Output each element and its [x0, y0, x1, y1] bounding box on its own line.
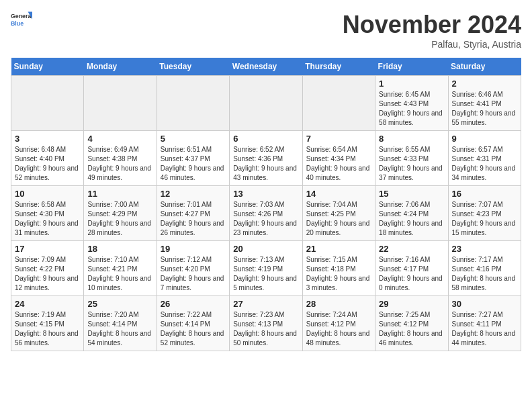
col-header-tuesday: Tuesday [157, 58, 229, 76]
calendar-cell: 24Sunrise: 7:19 AMSunset: 4:15 PMDayligh… [11, 296, 84, 351]
day-info: Sunrise: 6:54 AMSunset: 4:34 PMDaylight:… [306, 145, 371, 183]
calendar-week-1: 1Sunrise: 6:45 AMSunset: 4:43 PMDaylight… [11, 76, 521, 131]
day-number: 14 [306, 189, 371, 199]
day-info: Sunrise: 7:00 AMSunset: 4:29 PMDaylight:… [87, 200, 152, 238]
calendar-cell: 12Sunrise: 7:01 AMSunset: 4:27 PMDayligh… [157, 186, 229, 241]
calendar-cell: 29Sunrise: 7:25 AMSunset: 4:12 PMDayligh… [375, 296, 448, 351]
calendar-cell: 23Sunrise: 7:17 AMSunset: 4:16 PMDayligh… [448, 241, 521, 296]
day-info: Sunrise: 7:24 AMSunset: 4:12 PMDaylight:… [306, 310, 371, 348]
col-header-saturday: Saturday [448, 58, 521, 76]
calendar-cell: 28Sunrise: 7:24 AMSunset: 4:12 PMDayligh… [302, 296, 375, 351]
day-number: 24 [15, 299, 80, 309]
location-subtitle: Palfau, Styria, Austria [343, 39, 521, 50]
calendar-week-2: 3Sunrise: 6:48 AMSunset: 4:40 PMDaylight… [11, 131, 521, 186]
day-number: 13 [233, 189, 298, 199]
calendar-cell: 9Sunrise: 6:57 AMSunset: 4:31 PMDaylight… [448, 131, 521, 186]
calendar-cell [157, 76, 229, 131]
calendar-cell: 17Sunrise: 7:09 AMSunset: 4:22 PMDayligh… [11, 241, 84, 296]
day-info: Sunrise: 7:20 AMSunset: 4:14 PMDaylight:… [87, 310, 152, 348]
day-number: 25 [87, 299, 152, 309]
day-info: Sunrise: 7:23 AMSunset: 4:13 PMDaylight:… [233, 310, 298, 348]
calendar-cell: 14Sunrise: 7:04 AMSunset: 4:25 PMDayligh… [302, 186, 375, 241]
day-info: Sunrise: 6:51 AMSunset: 4:37 PMDaylight:… [161, 145, 226, 183]
day-number: 1 [379, 79, 444, 89]
day-number: 4 [87, 134, 152, 144]
day-info: Sunrise: 7:03 AMSunset: 4:26 PMDaylight:… [233, 200, 298, 238]
calendar-cell: 8Sunrise: 6:55 AMSunset: 4:33 PMDaylight… [375, 131, 448, 186]
day-info: Sunrise: 7:01 AMSunset: 4:27 PMDaylight:… [161, 200, 226, 238]
day-number: 5 [161, 134, 226, 144]
day-number: 27 [233, 299, 298, 309]
calendar-cell: 26Sunrise: 7:22 AMSunset: 4:14 PMDayligh… [157, 296, 229, 351]
day-info: Sunrise: 6:52 AMSunset: 4:36 PMDaylight:… [233, 145, 298, 183]
day-number: 17 [15, 244, 80, 254]
day-number: 12 [161, 189, 226, 199]
calendar-cell: 10Sunrise: 6:58 AMSunset: 4:30 PMDayligh… [11, 186, 84, 241]
day-info: Sunrise: 7:15 AMSunset: 4:18 PMDaylight:… [306, 255, 371, 293]
calendar-table: SundayMondayTuesdayWednesdayThursdayFrid… [11, 58, 521, 351]
day-number: 2 [452, 79, 517, 89]
calendar-cell [84, 76, 157, 131]
day-number: 6 [233, 134, 298, 144]
day-number: 11 [87, 189, 152, 199]
day-info: Sunrise: 6:57 AMSunset: 4:31 PMDaylight:… [452, 145, 517, 183]
col-header-thursday: Thursday [302, 58, 375, 76]
day-number: 3 [15, 134, 80, 144]
day-info: Sunrise: 6:46 AMSunset: 4:41 PMDaylight:… [452, 90, 517, 128]
day-info: Sunrise: 7:17 AMSunset: 4:16 PMDaylight:… [452, 255, 517, 293]
day-info: Sunrise: 6:48 AMSunset: 4:40 PMDaylight:… [15, 145, 80, 183]
calendar-cell: 20Sunrise: 7:13 AMSunset: 4:19 PMDayligh… [230, 241, 302, 296]
col-header-friday: Friday [375, 58, 448, 76]
calendar-cell: 5Sunrise: 6:51 AMSunset: 4:37 PMDaylight… [157, 131, 229, 186]
logo: General Blue [11, 11, 32, 32]
page-header: General Blue November 2024 Palfau, Styri… [11, 11, 521, 50]
day-info: Sunrise: 7:06 AMSunset: 4:24 PMDaylight:… [379, 200, 444, 238]
day-info: Sunrise: 7:12 AMSunset: 4:20 PMDaylight:… [161, 255, 226, 293]
day-number: 23 [452, 244, 517, 254]
calendar-cell [11, 76, 84, 131]
day-info: Sunrise: 7:27 AMSunset: 4:11 PMDaylight:… [452, 310, 517, 348]
day-number: 20 [233, 244, 298, 254]
day-info: Sunrise: 7:09 AMSunset: 4:22 PMDaylight:… [15, 255, 80, 293]
month-title: November 2024 [343, 11, 521, 39]
day-info: Sunrise: 7:04 AMSunset: 4:25 PMDaylight:… [306, 200, 371, 238]
calendar-cell: 22Sunrise: 7:16 AMSunset: 4:17 PMDayligh… [375, 241, 448, 296]
day-number: 28 [306, 299, 371, 309]
day-number: 30 [452, 299, 517, 309]
calendar-cell: 18Sunrise: 7:10 AMSunset: 4:21 PMDayligh… [84, 241, 157, 296]
day-info: Sunrise: 7:22 AMSunset: 4:14 PMDaylight:… [161, 310, 226, 348]
calendar-week-3: 10Sunrise: 6:58 AMSunset: 4:30 PMDayligh… [11, 186, 521, 241]
day-number: 26 [161, 299, 226, 309]
calendar-cell: 21Sunrise: 7:15 AMSunset: 4:18 PMDayligh… [302, 241, 375, 296]
calendar-cell [230, 76, 302, 131]
day-number: 7 [306, 134, 371, 144]
calendar-header-row: SundayMondayTuesdayWednesdayThursdayFrid… [11, 58, 521, 76]
day-number: 21 [306, 244, 371, 254]
day-info: Sunrise: 7:16 AMSunset: 4:17 PMDaylight:… [379, 255, 444, 293]
logo-icon: General Blue [11, 11, 32, 32]
day-number: 18 [87, 244, 152, 254]
svg-text:General: General [11, 13, 32, 19]
calendar-cell: 30Sunrise: 7:27 AMSunset: 4:11 PMDayligh… [448, 296, 521, 351]
day-number: 9 [452, 134, 517, 144]
col-header-sunday: Sunday [11, 58, 84, 76]
day-info: Sunrise: 7:19 AMSunset: 4:15 PMDaylight:… [15, 310, 80, 348]
day-info: Sunrise: 6:55 AMSunset: 4:33 PMDaylight:… [379, 145, 444, 183]
day-number: 22 [379, 244, 444, 254]
col-header-wednesday: Wednesday [230, 58, 302, 76]
calendar-cell: 11Sunrise: 7:00 AMSunset: 4:29 PMDayligh… [84, 186, 157, 241]
day-number: 29 [379, 299, 444, 309]
calendar-cell: 13Sunrise: 7:03 AMSunset: 4:26 PMDayligh… [230, 186, 302, 241]
calendar-cell: 4Sunrise: 6:49 AMSunset: 4:38 PMDaylight… [84, 131, 157, 186]
calendar-cell: 6Sunrise: 6:52 AMSunset: 4:36 PMDaylight… [230, 131, 302, 186]
svg-text:Blue: Blue [11, 20, 24, 27]
day-info: Sunrise: 6:58 AMSunset: 4:30 PMDaylight:… [15, 200, 80, 238]
calendar-cell: 3Sunrise: 6:48 AMSunset: 4:40 PMDaylight… [11, 131, 84, 186]
calendar-cell: 1Sunrise: 6:45 AMSunset: 4:43 PMDaylight… [375, 76, 448, 131]
calendar-cell: 7Sunrise: 6:54 AMSunset: 4:34 PMDaylight… [302, 131, 375, 186]
title-block: November 2024 Palfau, Styria, Austria [343, 11, 521, 50]
day-info: Sunrise: 7:25 AMSunset: 4:12 PMDaylight:… [379, 310, 444, 348]
calendar-cell: 27Sunrise: 7:23 AMSunset: 4:13 PMDayligh… [230, 296, 302, 351]
calendar-week-5: 24Sunrise: 7:19 AMSunset: 4:15 PMDayligh… [11, 296, 521, 351]
calendar-cell: 19Sunrise: 7:12 AMSunset: 4:20 PMDayligh… [157, 241, 229, 296]
